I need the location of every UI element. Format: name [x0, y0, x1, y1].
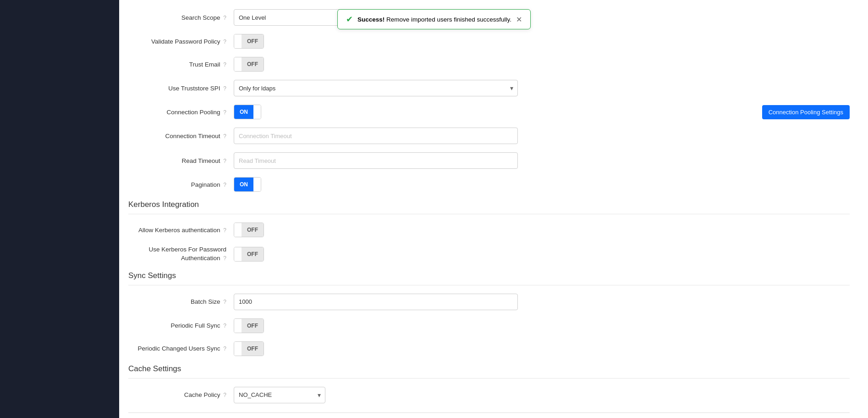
search-scope-help-icon[interactable]: ? — [223, 15, 226, 21]
read-timeout-label: Read Timeout ? — [128, 157, 234, 164]
periodic-changed-sync-toggle[interactable]: OFF — [234, 341, 264, 356]
toggle-on-label: ON — [234, 178, 253, 191]
pagination-toggle[interactable]: ON — [234, 177, 261, 192]
toggle-off-side — [253, 105, 261, 119]
pagination-help-icon[interactable]: ? — [223, 182, 226, 188]
cache-policy-help-icon[interactable]: ? — [223, 392, 226, 398]
read-timeout-input[interactable] — [234, 152, 518, 169]
truststore-spi-select-wrapper: Only for ldaps Always Never ▾ — [234, 80, 518, 96]
batch-size-input[interactable]: 1000 — [234, 294, 518, 310]
kerberos-section: Kerberos Integration Allow Kerberos auth… — [128, 200, 850, 263]
connection-timeout-input[interactable] — [234, 128, 518, 144]
pagination-label: Pagination ? — [128, 181, 234, 188]
trust-email-row: Trust Email ? OFF — [128, 57, 850, 72]
toggle-off-label: OFF — [242, 34, 264, 48]
periodic-full-sync-row: Periodic Full Sync ? OFF — [128, 318, 850, 333]
pagination-row: Pagination ? ON — [128, 177, 850, 192]
notification-message: Remove imported users finished successfu… — [386, 16, 511, 23]
truststore-spi-select[interactable]: Only for ldaps Always Never — [234, 80, 518, 96]
toggle-off-side — [234, 57, 242, 71]
toggle-off-side — [234, 342, 242, 356]
success-notification: ✔ Success! Remove imported users finishe… — [337, 9, 531, 29]
connection-pooling-settings-button[interactable]: Connection Pooling Settings — [762, 105, 850, 119]
use-kerberos-toggle[interactable]: OFF — [234, 247, 264, 262]
use-kerberos-help-icon[interactable]: ? — [223, 255, 226, 262]
toggle-off-label: OFF — [242, 223, 264, 237]
periodic-full-sync-toggle[interactable]: OFF — [234, 318, 264, 333]
sync-settings-title: Sync Settings — [128, 271, 850, 285]
trust-email-toggle[interactable]: OFF — [234, 57, 264, 72]
cache-settings-section: Cache Settings Cache Policy ? NO_CACHE D… — [128, 364, 850, 403]
batch-size-label: Batch Size ? — [128, 298, 234, 305]
periodic-changed-sync-row: Periodic Changed Users Sync ? OFF — [128, 341, 850, 356]
sidebar — [0, 0, 119, 418]
truststore-spi-help-icon[interactable]: ? — [223, 85, 226, 92]
toggle-off-label: OFF — [242, 319, 264, 333]
allow-kerberos-toggle[interactable]: OFF — [234, 223, 264, 237]
connection-timeout-label: Connection Timeout ? — [128, 133, 234, 139]
periodic-changed-sync-help-icon[interactable]: ? — [223, 346, 226, 352]
read-timeout-help-icon[interactable]: ? — [223, 158, 226, 164]
toggle-off-side — [234, 247, 242, 261]
use-kerberos-row: Use Kerberos For Password Authentication… — [128, 245, 850, 263]
toggle-off-label: OFF — [242, 247, 264, 261]
toggle-off-side — [234, 34, 242, 48]
allow-kerberos-help-icon[interactable]: ? — [223, 227, 226, 234]
cache-policy-row: Cache Policy ? NO_CACHE DEFAULT EVICT_DA… — [128, 387, 850, 403]
use-kerberos-label: Use Kerberos For Password Authentication… — [128, 245, 234, 263]
search-scope-label: Search Scope ? — [128, 14, 234, 21]
trust-email-help-icon[interactable]: ? — [223, 61, 226, 68]
validate-password-toggle[interactable]: OFF — [234, 34, 264, 49]
notification-bold: Success! — [357, 16, 385, 23]
sync-settings-section: Sync Settings Batch Size ? 1000 Periodic… — [128, 271, 850, 356]
allow-kerberos-label: Allow Kerberos authentication ? — [128, 227, 234, 234]
toggle-off-side — [234, 223, 242, 237]
connection-timeout-row: Connection Timeout ? — [128, 128, 850, 144]
action-bar: Save Cancel Synchronize changed users Sy… — [128, 412, 850, 418]
cache-policy-select-wrapper: NO_CACHE DEFAULT EVICT_DAILY EVICT_WEEKL… — [234, 387, 325, 403]
main-content: ✔ Success! Remove imported users finishe… — [119, 0, 868, 418]
read-timeout-row: Read Timeout ? — [128, 152, 850, 169]
notification-close-button[interactable]: ✕ — [516, 15, 522, 24]
cache-policy-select[interactable]: NO_CACHE DEFAULT EVICT_DAILY EVICT_WEEKL… — [234, 387, 325, 403]
connection-pooling-help-icon[interactable]: ? — [223, 109, 226, 116]
validate-password-row: Validate Password Policy ? OFF — [128, 34, 850, 49]
batch-size-help-icon[interactable]: ? — [223, 299, 226, 305]
kerberos-section-title: Kerberos Integration — [128, 200, 850, 214]
truststore-spi-row: Use Truststore SPI ? Only for ldaps Alwa… — [128, 80, 850, 96]
periodic-full-sync-label: Periodic Full Sync ? — [128, 322, 234, 329]
cache-policy-label: Cache Policy ? — [128, 391, 234, 398]
truststore-spi-label: Use Truststore SPI ? — [128, 85, 234, 92]
toggle-on-label: ON — [234, 105, 253, 119]
connection-pooling-label: Connection Pooling ? — [128, 109, 234, 116]
connection-pooling-row: Connection Pooling ? ON Connection Pooli… — [128, 105, 850, 119]
notification-text: Success! Remove imported users finished … — [357, 16, 511, 23]
batch-size-row: Batch Size ? 1000 — [128, 294, 850, 310]
trust-email-label: Trust Email ? — [128, 61, 234, 68]
toggle-off-side — [234, 319, 242, 333]
connection-timeout-help-icon[interactable]: ? — [223, 133, 226, 139]
validate-password-label: Validate Password Policy ? — [128, 38, 234, 45]
periodic-full-sync-help-icon[interactable]: ? — [223, 323, 226, 329]
cache-settings-title: Cache Settings — [128, 364, 850, 379]
toggle-off-label: OFF — [242, 342, 264, 356]
connection-pooling-toggle[interactable]: ON — [234, 105, 261, 119]
allow-kerberos-row: Allow Kerberos authentication ? OFF — [128, 223, 850, 237]
periodic-changed-sync-label: Periodic Changed Users Sync ? — [128, 345, 234, 352]
toggle-off-side — [253, 178, 261, 191]
success-icon: ✔ — [346, 14, 353, 24]
validate-password-help-icon[interactable]: ? — [223, 39, 226, 45]
toggle-off-label: OFF — [242, 57, 264, 71]
